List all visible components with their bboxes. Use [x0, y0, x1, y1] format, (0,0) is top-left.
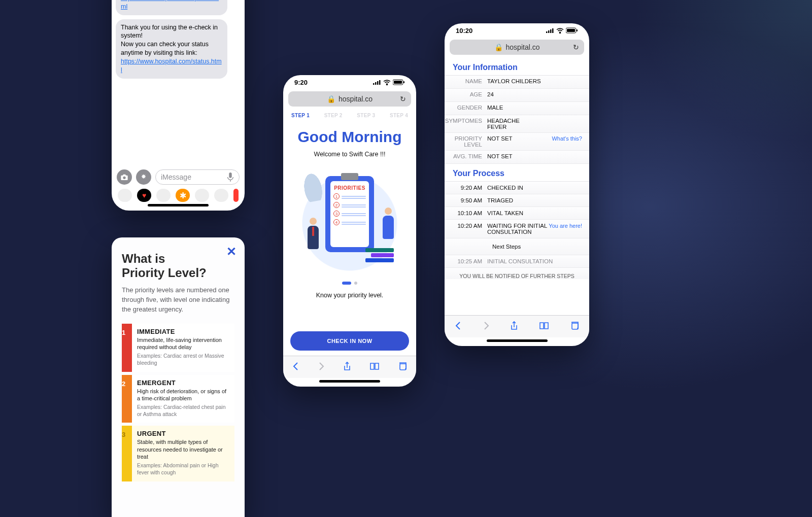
priority-desc: Immediate, life-saving intervention requ…: [137, 336, 230, 351]
process-status: CHECKED IN: [487, 185, 584, 191]
priority-desc: Stable, with multiple types of resources…: [137, 438, 230, 460]
process-row: 9:50 AM TRIAGED: [445, 194, 589, 207]
priority-name: URGENT: [137, 430, 230, 437]
lock-icon: 🔒: [494, 43, 503, 51]
mic-icon[interactable]: [227, 173, 234, 182]
svg-point-0: [123, 177, 125, 179]
priority-num: 1: [122, 329, 125, 336]
svg-rect-17: [567, 29, 575, 32]
svg-rect-18: [577, 29, 578, 31]
url-text: hospital.co: [506, 43, 540, 51]
sms-link[interactable]: https://www.hospital.com/status.html: [121, 58, 222, 74]
step-label[interactable]: STEP 4: [390, 113, 408, 118]
url-bar[interactable]: 🔒 hospital.co ↻: [450, 40, 584, 55]
close-icon[interactable]: ✕: [226, 245, 236, 259]
step-label[interactable]: STEP 3: [357, 113, 375, 118]
info-label: AVG. TIME: [445, 153, 487, 159]
wifi-icon: [556, 28, 564, 33]
app-pill[interactable]: [233, 189, 239, 202]
priority-level-row: 2 EMERGENT High risk of deterioration, o…: [122, 375, 234, 423]
phone-sms: Welcome. Please, start the check in proc…: [112, 0, 245, 211]
modal-lead: The priority levels are numbered one thr…: [122, 286, 234, 315]
priority-name: IMMEDIATE: [137, 328, 230, 335]
whats-this-link[interactable]: What's this?: [552, 135, 584, 142]
bookmarks-icon[interactable]: [369, 362, 380, 372]
share-icon[interactable]: [343, 361, 351, 373]
app-pill-wheel[interactable]: ✱: [176, 189, 190, 202]
sms-link[interactable]: https://www.hospital.com/qrcode.html: [121, 0, 219, 10]
battery-icon: [566, 27, 578, 33]
process-time: 9:20 AM: [445, 185, 487, 191]
info-value: NOT SET: [487, 153, 584, 159]
process-time: 10:25 AM: [445, 258, 487, 264]
step-label[interactable]: STEP 1: [291, 113, 310, 118]
process-status: TRIAGED: [487, 197, 584, 203]
url-text: hospital.co: [339, 95, 373, 103]
refresh-icon[interactable]: ↻: [400, 95, 406, 103]
process-time: 9:50 AM: [445, 197, 487, 203]
process-row-future: 10:25 AM INITIAL CONSULTATION: [445, 255, 589, 268]
home-indicator[interactable]: [148, 204, 209, 206]
app-pill-heart[interactable]: ♥: [137, 189, 151, 202]
priority-num: 2: [122, 380, 125, 388]
status-icons: [373, 79, 405, 85]
priority-name: EMERGENT: [137, 379, 230, 387]
back-icon[interactable]: [455, 321, 462, 332]
onboarding-illustration: PRIORITIES 1 2 3 4: [290, 162, 409, 273]
home-indicator[interactable]: [487, 339, 548, 342]
info-row-gender: GENDER MALE: [445, 102, 589, 115]
step-label[interactable]: STEP 2: [324, 113, 343, 118]
priority-examples: Examples: Cardiac arrest or Massive blee…: [137, 353, 230, 366]
compose-input[interactable]: iMessage: [155, 169, 240, 185]
svg-rect-13: [550, 29, 552, 33]
info-row-age: AGE 24: [445, 89, 589, 102]
carousel-dots[interactable]: [290, 282, 409, 285]
cell-signal-icon: [373, 80, 381, 85]
app-pill[interactable]: [118, 189, 132, 202]
bookmarks-icon[interactable]: [539, 322, 549, 332]
sms-text: Thank you for using the e-check in syste…: [121, 24, 218, 57]
info-value: NOT SET: [487, 135, 552, 142]
home-indicator[interactable]: [319, 380, 380, 383]
app-pill[interactable]: [214, 189, 228, 202]
process-row-current: 10:20 AM WAITING FOR INITIAL CONSULTATIO…: [445, 220, 589, 238]
process-status: WAITING FOR INITIAL CONSULTATION: [487, 223, 549, 235]
phone-onboarding: 9:20 🔒 hospital.co ↻ STEP 1 STEP 2 STEP …: [283, 75, 416, 387]
compose-row: iMessage: [112, 166, 245, 187]
url-bar[interactable]: 🔒 hospital.co ↻: [288, 91, 411, 107]
clipboard-header: PRIORITIES: [333, 185, 366, 191]
check-in-button[interactable]: CHECK IN NOW: [290, 331, 409, 351]
priority-level-row: 1 IMMEDIATE Immediate, life-saving inter…: [122, 324, 234, 372]
modal-title-line: Priority Level?: [122, 266, 207, 280]
carousel-dot[interactable]: [342, 282, 351, 285]
svg-rect-12: [548, 30, 550, 33]
status-time: 9:20: [294, 79, 308, 86]
svg-point-6: [387, 84, 388, 85]
section-header-process: Your Process: [445, 164, 589, 182]
page-subtitle: Welcome to Swift Care !!!: [290, 151, 409, 158]
safari-toolbar: [445, 315, 589, 337]
share-icon[interactable]: [510, 321, 518, 333]
app-strip[interactable]: ♥ ✱: [112, 187, 245, 202]
you-are-here-badge: You are here!: [549, 223, 584, 229]
wifi-icon: [383, 80, 391, 85]
info-label: GENDER: [445, 105, 487, 111]
modal-title: What is Priority Level?: [122, 252, 234, 280]
refresh-icon[interactable]: ↻: [573, 43, 579, 51]
appstore-icon[interactable]: [136, 169, 151, 185]
svg-rect-11: [546, 31, 548, 33]
info-row-avgtime: AVG. TIME NOT SET: [445, 151, 589, 164]
sms-bubble: Welcome. Please, start the check in proc…: [116, 0, 227, 15]
back-icon[interactable]: [292, 362, 299, 373]
priority-examples: Examples: Abdominal pain or High fever w…: [137, 462, 230, 476]
camera-icon[interactable]: [117, 169, 132, 185]
tabs-icon[interactable]: [570, 321, 579, 332]
info-row-name: NAME TAYLOR CHILDERS: [445, 76, 589, 89]
priority-num: 3: [122, 431, 125, 438]
app-pill[interactable]: [195, 189, 209, 202]
carousel-dot[interactable]: [354, 282, 357, 285]
tabs-icon[interactable]: [398, 362, 407, 373]
svg-rect-2: [373, 83, 375, 85]
process-status: VITAL TAKEN: [487, 210, 584, 216]
app-pill[interactable]: [156, 189, 171, 202]
